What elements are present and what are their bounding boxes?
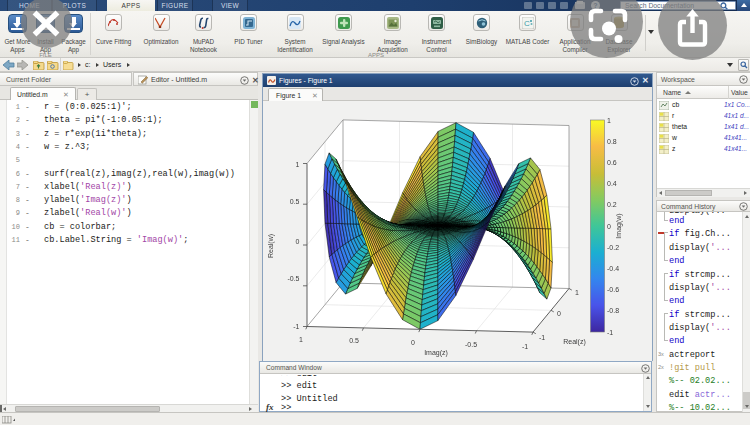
svg-text:-1: -1 <box>293 323 299 330</box>
svg-text:-0.5: -0.5 <box>287 275 299 282</box>
svg-text:0.5: 0.5 <box>290 198 300 205</box>
svg-text:Real(w): Real(w) <box>267 234 275 258</box>
svg-text:-0.5: -0.5 <box>465 341 477 348</box>
svg-text:0.5: 0.5 <box>349 337 359 344</box>
svg-text:-1: -1 <box>539 334 545 341</box>
svg-text:-0.4: -0.4 <box>607 265 619 272</box>
svg-text:-1: -1 <box>522 343 528 350</box>
svg-text:1: 1 <box>299 336 303 343</box>
svg-text:0: 0 <box>411 339 415 346</box>
svg-text:0: 0 <box>607 223 611 230</box>
svg-text:0.8: 0.8 <box>607 138 617 145</box>
svg-text:0: 0 <box>557 310 561 317</box>
svg-text:Imag(w): Imag(w) <box>615 213 623 238</box>
svg-text:-0.6: -0.6 <box>607 286 619 293</box>
svg-text:0.4: 0.4 <box>607 180 617 187</box>
svg-text:-1: -1 <box>607 329 613 336</box>
svg-text:1: 1 <box>607 117 611 124</box>
svg-text:-0.2: -0.2 <box>607 244 619 251</box>
svg-text:1: 1 <box>296 161 300 168</box>
svg-text:C: C <box>524 19 530 28</box>
svg-text:Real(z): Real(z) <box>563 338 586 346</box>
svg-text:-0.8: -0.8 <box>607 307 619 314</box>
svg-text:0: 0 <box>296 238 300 245</box>
svg-text:0.6: 0.6 <box>607 159 617 166</box>
svg-text:0.2: 0.2 <box>607 201 617 208</box>
svg-text:Imag(z): Imag(z) <box>424 349 448 357</box>
svg-text:1: 1 <box>575 289 579 296</box>
